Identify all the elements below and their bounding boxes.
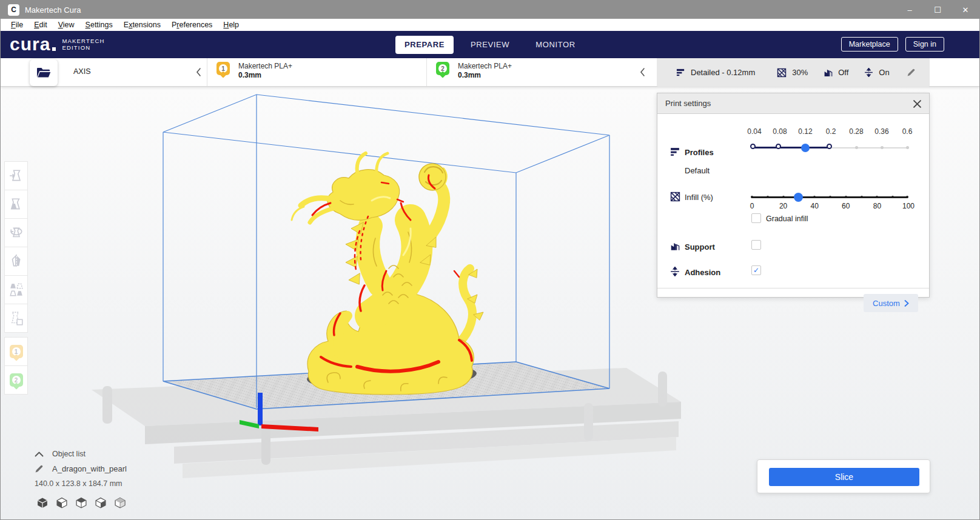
extruder-2-config[interactable]: 2 Makertech PLA+0.3mm <box>436 62 512 80</box>
object-name: A_dragon_with_pearl <box>52 464 127 473</box>
profile-tick-label: 0.28 <box>844 127 869 136</box>
open-file-button[interactable] <box>30 59 58 86</box>
menu-preferences[interactable]: Preferences <box>166 21 218 29</box>
top-view-icon[interactable] <box>75 496 88 510</box>
per-model-settings-icon <box>9 282 24 297</box>
profile-stop-0.28 <box>855 146 858 149</box>
tab-prepare[interactable]: PREPARE <box>395 36 454 54</box>
profile-name: Default <box>685 166 710 175</box>
infill-tick-label: 40 <box>804 202 825 210</box>
3d-view-icon[interactable] <box>36 496 49 510</box>
tab-preview[interactable]: PREVIEW <box>461 36 519 54</box>
infill-tick-label: 0 <box>742 202 762 210</box>
custom-settings-button[interactable]: Custom <box>864 294 918 312</box>
infill-slider-handle[interactable] <box>794 193 803 202</box>
profile-stop-0.2[interactable] <box>827 144 832 149</box>
chevron-left-icon[interactable] <box>639 67 647 78</box>
tab-monitor[interactable]: MONITOR <box>526 36 585 54</box>
infill-tick-label: 20 <box>773 202 794 210</box>
profile-tick-label: 0.08 <box>767 127 793 136</box>
profile-stop-0.04[interactable] <box>750 144 756 149</box>
object-list-label: Object list <box>52 450 86 458</box>
printer-name: AXIS <box>73 67 91 76</box>
title-bar: C Makertech Cura – ☐ ✕ <box>1 1 979 19</box>
mirror-tool-button[interactable] <box>4 247 28 276</box>
summary-infill: 30% <box>792 68 808 77</box>
profiles-label: Profiles <box>685 148 714 157</box>
chevron-up-icon <box>35 452 44 457</box>
menu-edit[interactable]: Edit <box>29 21 53 29</box>
scale-tool-icon <box>9 197 24 212</box>
signin-button[interactable]: Sign in <box>905 37 944 52</box>
window-title: Makertech Cura <box>25 5 81 15</box>
adhesion-checkbox[interactable]: ✓ <box>751 265 761 275</box>
extruder-2-badge-icon: 2 <box>436 62 449 75</box>
edit-pencil-icon[interactable] <box>907 68 916 77</box>
per-model-settings-button[interactable] <box>4 275 28 304</box>
menu-bar: File Edit View Settings Extensions Prefe… <box>1 19 979 31</box>
close-icon[interactable]: ✕ <box>951 1 979 19</box>
profile-tick-label: 0.12 <box>793 127 818 136</box>
profile-tick-label: 0.6 <box>894 127 920 136</box>
close-panel-icon[interactable] <box>911 98 923 110</box>
print-settings-title: Print settings <box>665 99 711 108</box>
maximize-icon[interactable]: ☐ <box>924 1 951 19</box>
rename-pencil-icon <box>35 464 44 473</box>
gradual-infill-checkbox[interactable] <box>751 213 761 223</box>
summary-profile: Detailed - 0.12mm <box>691 68 755 77</box>
profile-stop-0.6 <box>906 146 909 149</box>
object-list-panel: Object list A_dragon_with_pearl 140.0 x … <box>35 447 127 488</box>
left-view-icon[interactable] <box>94 496 107 510</box>
profile-stop-0.36 <box>881 146 884 149</box>
extruder-1-config[interactable]: 1 Makertech PLA+0.3mm <box>216 62 292 80</box>
profile-stop-selected-0.12[interactable] <box>801 144 810 152</box>
configuration-bar: AXIS 1 Makertech PLA+0.3mm 2 Makertech P… <box>1 58 979 87</box>
tool-panel: 1 2 <box>4 162 28 395</box>
support-checkbox[interactable] <box>751 240 761 250</box>
app-icon: C <box>8 4 19 16</box>
menu-help[interactable]: Help <box>218 21 244 29</box>
infill-tick-label: 100 <box>898 202 919 210</box>
profile-stop-0.08[interactable] <box>776 144 781 149</box>
rotate-tool-button[interactable] <box>4 218 28 247</box>
extruder-1-nozzle: 0.3mm <box>238 71 261 79</box>
minimize-icon[interactable]: – <box>896 1 924 19</box>
menu-settings[interactable]: Settings <box>80 21 118 29</box>
menu-extensions[interactable]: Extensions <box>118 21 166 29</box>
mirror-tool-icon <box>9 254 24 268</box>
dragon-model[interactable] <box>292 153 483 395</box>
profile-tick-label: 0.2 <box>818 127 844 136</box>
infill-icon <box>670 192 680 202</box>
adhesion-label: Adhesion <box>685 268 720 277</box>
adhesion-icon <box>864 68 873 77</box>
checkmark-icon: ✓ <box>753 266 759 275</box>
slice-button[interactable]: Slice <box>769 468 919 486</box>
app-window: C Makertech Cura – ☐ ✕ File Edit View Se… <box>0 0 980 520</box>
front-view-icon[interactable] <box>55 496 69 510</box>
object-name-row[interactable]: A_dragon_with_pearl <box>35 461 127 476</box>
infill-icon <box>777 68 787 78</box>
right-view-icon[interactable] <box>113 496 127 510</box>
main-header: cura MAKERTECHEDITION PREPARE PREVIEW MO… <box>1 31 979 58</box>
stage-tabs: PREPARE PREVIEW MONITOR <box>1 31 979 58</box>
marketplace-button[interactable]: Marketplace <box>841 37 898 52</box>
select-extruder-1-button[interactable]: 1 <box>4 337 28 366</box>
infill-tick-label: 80 <box>867 202 887 210</box>
support-blocker-button[interactable] <box>4 304 28 333</box>
printer-selector[interactable]: AXIS <box>61 58 207 86</box>
menu-file[interactable]: File <box>5 21 29 29</box>
select-extruder-2-button[interactable]: 2 <box>4 365 28 395</box>
menu-view[interactable]: View <box>53 21 80 29</box>
rotate-tool-icon <box>9 225 24 240</box>
print-settings-summary[interactable]: Detailed - 0.12mm 30% Off On <box>657 58 930 87</box>
scale-tool-button[interactable] <box>4 190 28 219</box>
extruder-2-material: Makertech PLA+ <box>458 62 512 70</box>
support-blocker-icon <box>9 311 24 325</box>
profile-layers-icon <box>670 147 680 157</box>
support-icon <box>670 241 680 251</box>
object-list-toggle[interactable]: Object list <box>35 447 127 461</box>
profile-tick-label: 0.04 <box>742 127 767 136</box>
infill-label: Infill (%) <box>685 193 713 202</box>
move-tool-button[interactable] <box>4 161 28 190</box>
support-label: Support <box>685 242 715 252</box>
